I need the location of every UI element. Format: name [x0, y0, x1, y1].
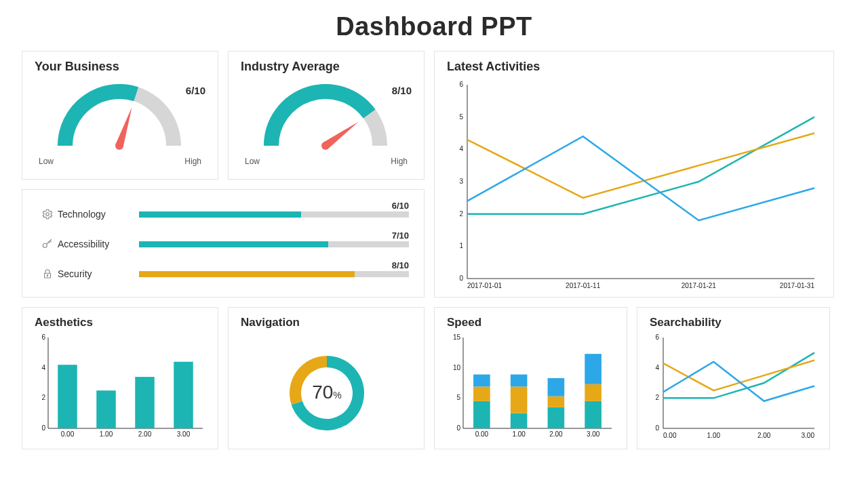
gauge-chart [241, 78, 410, 152]
metric-score: 7/10 [392, 230, 409, 241]
svg-text:2: 2 [41, 394, 45, 401]
gear-icon [37, 208, 58, 220]
metric-label: Accessibility [58, 239, 139, 249]
svg-point-3 [321, 142, 330, 150]
svg-text:1: 1 [459, 242, 463, 249]
svg-rect-44 [548, 407, 565, 428]
metric-bar: 6/10 [139, 211, 409, 218]
svg-text:0: 0 [41, 424, 45, 432]
dashboard-grid: Your Business 6/10 Low High Industry Ave… [0, 51, 868, 449]
metric-row: Accessibility7/10 [37, 229, 409, 259]
searchability-card: Searchability 02460.001.002.003.00 [637, 307, 830, 449]
svg-text:2.00: 2.00 [138, 430, 152, 438]
svg-text:0: 0 [456, 424, 460, 432]
gauge-card-business: Your Business 6/10 Low High [22, 51, 218, 180]
gauge-low-label: Low [245, 157, 260, 166]
svg-point-18 [47, 275, 48, 277]
metric-row: Technology6/10 [37, 199, 409, 229]
svg-text:3: 3 [459, 178, 463, 185]
svg-text:4: 4 [41, 364, 45, 371]
svg-text:2017-01-21: 2017-01-21 [682, 282, 717, 289]
svg-marker-0 [115, 106, 136, 147]
svg-point-1 [115, 142, 123, 150]
svg-text:0: 0 [459, 274, 463, 282]
lock-icon [37, 268, 58, 280]
svg-text:2: 2 [459, 210, 463, 218]
svg-text:1.00: 1.00 [100, 430, 113, 438]
activities-card: Latest Activities 01234562017-01-012017-… [434, 51, 834, 298]
svg-rect-42 [511, 374, 528, 386]
gauge-title: Industry Average [241, 60, 412, 74]
metric-score: 6/10 [392, 201, 409, 211]
svg-text:3.00: 3.00 [177, 430, 191, 438]
gauge-low-label: Low [39, 157, 54, 166]
chart-title: Latest Activities [447, 60, 821, 74]
metric-score: 8/10 [392, 260, 409, 270]
svg-text:5: 5 [459, 113, 463, 121]
svg-rect-36 [473, 401, 490, 428]
metric-label: Technology [58, 209, 139, 220]
svg-text:0.00: 0.00 [475, 430, 489, 438]
svg-text:2017-01-11: 2017-01-11 [566, 282, 601, 289]
svg-text:4: 4 [655, 364, 659, 371]
gauge-score: 8/10 [392, 85, 412, 96]
svg-text:2017-01-01: 2017-01-01 [467, 282, 502, 289]
metric-bar: 7/10 [139, 241, 409, 247]
svg-rect-46 [548, 378, 565, 396]
svg-text:2.00: 2.00 [549, 430, 563, 438]
svg-point-16 [43, 243, 47, 247]
svg-text:4: 4 [459, 145, 463, 152]
svg-rect-45 [548, 396, 565, 407]
svg-rect-37 [473, 386, 490, 401]
key-icon [37, 238, 58, 250]
svg-rect-25 [96, 390, 116, 428]
svg-text:15: 15 [453, 333, 461, 341]
gauge-score: 6/10 [186, 85, 205, 96]
gauge-chart [35, 78, 204, 152]
navigation-card: Navigation 70% [228, 307, 425, 449]
chart-title: Aesthetics [35, 316, 205, 329]
svg-text:0.00: 0.00 [61, 430, 75, 438]
svg-rect-49 [585, 384, 601, 401]
svg-rect-38 [473, 374, 490, 386]
navigation-donut: 70% [241, 333, 413, 442]
svg-text:5: 5 [456, 394, 460, 401]
svg-text:3.00: 3.00 [587, 430, 600, 438]
svg-text:1.00: 1.00 [707, 432, 721, 439]
activities-chart: 01234562017-01-012017-01-112017-01-21201… [447, 78, 823, 295]
metric-bar: 8/10 [139, 271, 409, 277]
svg-point-15 [46, 213, 50, 216]
speed-chart: 0510150.001.002.003.00 [447, 333, 616, 442]
svg-text:0: 0 [655, 424, 659, 432]
svg-text:6: 6 [459, 81, 463, 88]
svg-text:2: 2 [655, 394, 659, 401]
svg-rect-50 [585, 354, 601, 384]
metric-row: Security8/10 [37, 259, 409, 289]
metric-label: Security [58, 268, 139, 279]
aesthetics-card: Aesthetics 02460.001.002.003.00 [22, 307, 218, 449]
chart-title: Searchability [650, 316, 817, 329]
gauge-title: Your Business [35, 60, 205, 74]
metrics-card: Technology6/10Accessibility7/10Security8… [22, 189, 425, 298]
svg-rect-29 [174, 362, 193, 428]
svg-text:10: 10 [453, 364, 461, 371]
svg-text:3.00: 3.00 [802, 432, 815, 439]
gauge-high-label: High [391, 157, 408, 166]
svg-text:6: 6 [655, 333, 659, 341]
svg-text:0.00: 0.00 [663, 432, 677, 439]
page-title: Dashboard PPT [0, 0, 868, 51]
gauge-card-industry: Industry Average 8/10 Low High [228, 51, 425, 180]
aesthetics-chart: 02460.001.002.003.00 [35, 333, 207, 442]
searchability-chart: 02460.001.002.003.00 [650, 333, 818, 442]
svg-text:2017-01-31: 2017-01-31 [780, 282, 815, 289]
speed-card: Speed 0510150.001.002.003.00 [434, 307, 627, 449]
svg-text:1.00: 1.00 [512, 430, 526, 438]
svg-rect-41 [511, 386, 528, 413]
svg-rect-27 [135, 377, 155, 428]
svg-text:70%: 70% [312, 382, 342, 403]
svg-rect-23 [58, 365, 77, 428]
svg-rect-48 [585, 401, 601, 428]
svg-text:6: 6 [41, 333, 45, 341]
svg-text:2.00: 2.00 [757, 432, 771, 439]
chart-title: Speed [447, 316, 614, 329]
